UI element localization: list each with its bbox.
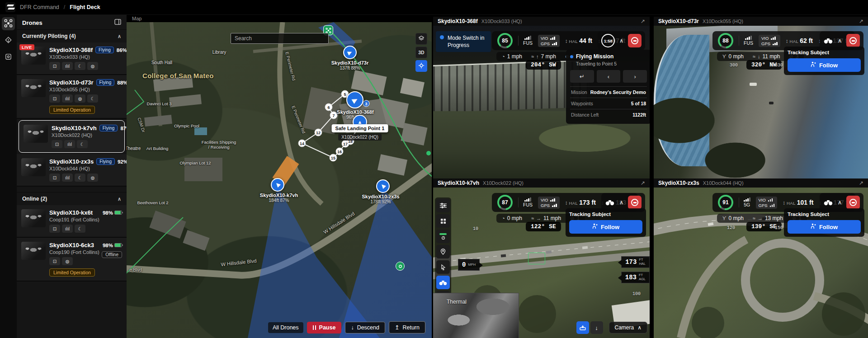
thermal-label: Thermal bbox=[447, 299, 467, 305]
video-feed-368f[interactable]: Mode Switch inProgress 85 FUS VIO GPS ↕ … bbox=[433, 26, 650, 178]
vio-bars-icon bbox=[771, 37, 776, 40]
wind-direction-arrow: ↓ bbox=[758, 54, 760, 59]
follow-button[interactable]: Follow bbox=[788, 220, 861, 234]
section-currently-piloting[interactable]: Currently Piloting (4) ∧ bbox=[17, 29, 127, 42]
tracking-popup: Tracking Subject Follow bbox=[566, 208, 646, 237]
map-drone-marker-368f[interactable]: ▶ bbox=[346, 91, 363, 108]
emergency-stop-button[interactable] bbox=[846, 34, 860, 47]
emergency-stop-button[interactable] bbox=[846, 196, 860, 209]
follow-button[interactable]: Follow bbox=[788, 58, 861, 72]
drone-card-368f[interactable]: LIVE SkydioX10-368f Flying 86% X10Dock03… bbox=[17, 42, 127, 75]
rail-drones-button[interactable] bbox=[2, 17, 15, 30]
battery-icon bbox=[114, 211, 122, 215]
compass-heading[interactable]: 122°SE bbox=[526, 222, 561, 231]
collapse-telemetry-button[interactable]: ∧ bbox=[838, 199, 842, 206]
collapse-telemetry-button[interactable]: ∧ bbox=[619, 38, 623, 44]
waypoint-15[interactable]: 15 bbox=[330, 154, 337, 162]
locate-icon bbox=[418, 62, 425, 70]
binoculars-icon[interactable] bbox=[823, 199, 833, 206]
all-drones-selector[interactable]: All Drones bbox=[268, 322, 303, 333]
night-mode-icon: ☾ bbox=[75, 225, 85, 233]
waypoint-badge-3[interactable]: 3 bbox=[363, 100, 370, 107]
video-feed-zx3s[interactable]: 91 5G VIO GPS ↕ HAL101 ft ↕ AGL177 ft bbox=[654, 188, 868, 338]
camera-menu-button[interactable]: Camera ∧ bbox=[609, 322, 647, 333]
grid-view-button[interactable] bbox=[436, 214, 450, 228]
expand-icon[interactable]: ↗ bbox=[859, 180, 863, 186]
stream-icon: ◍ bbox=[87, 62, 98, 70]
stop-icon bbox=[631, 199, 638, 206]
collapse-telemetry-button[interactable]: ∧ bbox=[619, 199, 623, 206]
flight-controls: 1:58 ∧ bbox=[598, 31, 645, 50]
subject-track-button[interactable] bbox=[436, 276, 450, 289]
follow-button[interactable]: Follow bbox=[569, 220, 642, 234]
tracking-bracket bbox=[528, 253, 545, 264]
return-to-dock-button[interactable] bbox=[576, 321, 589, 334]
map-drone-marker-zx3s[interactable]: ▶ bbox=[376, 179, 390, 193]
emergency-stop-button[interactable] bbox=[628, 196, 642, 209]
mission-prev-button[interactable]: ‹ bbox=[597, 70, 621, 83]
map-locate-button[interactable] bbox=[415, 60, 427, 72]
section-online[interactable]: Online (2) ∧ bbox=[17, 192, 127, 205]
drone-card-6ck3[interactable]: SkydioX10-6ck3 98% Offline Coop190 (Fort… bbox=[17, 238, 127, 282]
drone-card-kx6t[interactable]: SkydioX10-kx6t 98% Coop191 (Fort Collins… bbox=[17, 205, 127, 238]
altitude-arrows-icon: ↕ bbox=[565, 200, 568, 206]
land-button[interactable]: ↓ bbox=[590, 321, 603, 334]
flight-timer: 1:58 bbox=[601, 34, 615, 47]
gps-bars-icon bbox=[552, 204, 557, 207]
night-mode-icon: ☾ bbox=[87, 94, 98, 103]
descend-button[interactable]: ↓ Descend bbox=[345, 322, 385, 333]
waypoint-16[interactable]: 16 bbox=[336, 148, 344, 155]
feed-title: SkydioX10-368f bbox=[438, 18, 478, 24]
map-3d-button[interactable]: 3D bbox=[415, 47, 427, 58]
binoculars-icon[interactable] bbox=[823, 38, 833, 44]
drone-heading-icon: ▶ bbox=[274, 181, 281, 188]
binoculars-icon[interactable] bbox=[605, 199, 615, 206]
altitude-arrows-icon: ↕ bbox=[565, 38, 568, 44]
video-feed-k7vh[interactable]: ☾ 87 FUS VIO GPS ↕ HAL173 ft ↕ AG bbox=[433, 188, 650, 338]
map-layers-button[interactable] bbox=[415, 33, 427, 45]
drone-card-zx3s[interactable]: SkydioX10-zx3s Flying 92% X10Dock044 (HQ… bbox=[17, 154, 127, 187]
vio-bars-icon bbox=[550, 198, 555, 202]
dock-label: X10Dock033 (HQ) bbox=[49, 54, 122, 60]
video-feed-d73r[interactable]: 88 FUS VIO GPS ↕ HAL62 ft ↕ AGL137 ft bbox=[654, 26, 868, 178]
waypoint-12[interactable]: 12 bbox=[315, 129, 322, 136]
compass-heading[interactable]: 204°SW bbox=[526, 60, 561, 70]
waypoint-pin-button[interactable] bbox=[436, 245, 450, 258]
gps-bars-icon bbox=[552, 42, 557, 45]
stream-icon: ◍ bbox=[75, 94, 85, 103]
expand-icon[interactable]: ↗ bbox=[859, 18, 863, 24]
rail-alerts-button[interactable] bbox=[2, 34, 15, 47]
compass-scale-left: 300 bbox=[730, 63, 738, 68]
controller-icon: ⊡ bbox=[49, 94, 60, 103]
pause-button[interactable]: Pause bbox=[307, 322, 342, 333]
return-button[interactable]: ↥ Return bbox=[389, 321, 425, 333]
cursor-select-button[interactable] bbox=[436, 260, 450, 274]
waypoint-14[interactable]: 14 bbox=[298, 140, 306, 147]
drone-battery-status-button[interactable] bbox=[436, 230, 450, 243]
waypoint-6[interactable]: 6 bbox=[325, 103, 333, 111]
thermal-pip[interactable]: Thermal bbox=[433, 293, 519, 338]
map-drone-marker-k7vh[interactable]: ▶ bbox=[271, 178, 284, 192]
emergency-stop-button[interactable] bbox=[628, 34, 642, 47]
controller-icon: ⊡ bbox=[49, 174, 60, 182]
camera-settings-button[interactable] bbox=[436, 199, 450, 212]
dock-marker-secondary[interactable] bbox=[396, 262, 405, 271]
rail-docks-button[interactable] bbox=[2, 51, 15, 64]
altitude-arrows-icon: ↕ bbox=[783, 200, 785, 206]
drone-card-d73r[interactable]: SkydioX10-d73r Flying 88% X10Dock055 (HQ… bbox=[17, 75, 127, 119]
mission-return-button[interactable]: ↵ bbox=[570, 70, 594, 83]
stream-icon: ◍ bbox=[62, 257, 73, 265]
collapse-telemetry-button[interactable]: ∧ bbox=[838, 38, 842, 44]
drone-card-k7vh[interactable]: SkydioX10-k7vh Flying 87% X10Dock022 (HQ… bbox=[19, 120, 125, 153]
expand-icon[interactable]: ↗ bbox=[641, 180, 645, 186]
waypoint-7[interactable]: 7 bbox=[330, 112, 338, 119]
wind-icon: ≈ bbox=[531, 54, 534, 59]
panel-collapse-icon[interactable] bbox=[114, 19, 121, 27]
map-canvas[interactable]: College of San Mateo South Hall Library … bbox=[127, 22, 432, 338]
map-drone-marker-d73r[interactable]: ▶ bbox=[343, 46, 357, 59]
expand-icon[interactable]: ↗ bbox=[641, 18, 645, 24]
mission-next-button[interactable]: › bbox=[623, 70, 647, 83]
pause-icon bbox=[313, 325, 316, 330]
breadcrumb-app[interactable]: DFR Command bbox=[20, 4, 59, 10]
map-search-input[interactable] bbox=[231, 33, 329, 44]
